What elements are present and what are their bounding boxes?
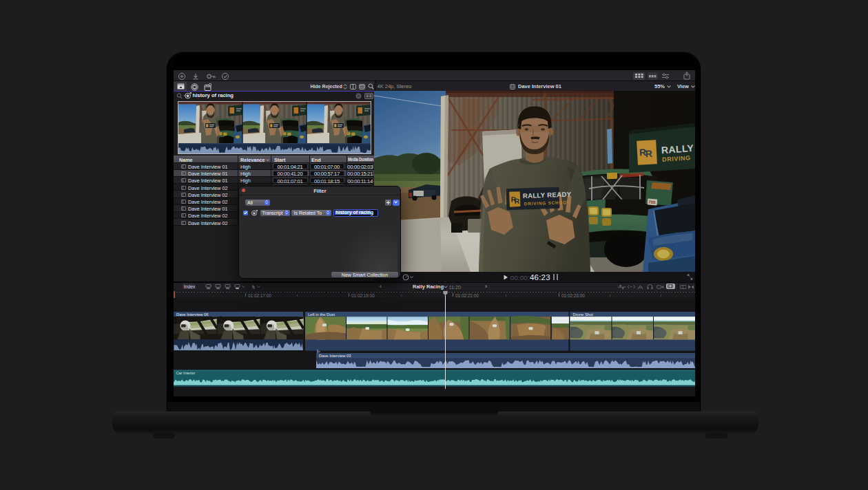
svg-text:Dave Interview 06: Dave Interview 06 — [176, 312, 208, 317]
svg-text:Dave Interview 03: Dave Interview 03 — [319, 354, 351, 358]
svg-text:Drone Shot: Drone Shot — [573, 312, 594, 317]
svg-text:Car Interior: Car Interior — [176, 371, 196, 375]
svg-text:Left in the Dust: Left in the Dust — [308, 312, 335, 317]
